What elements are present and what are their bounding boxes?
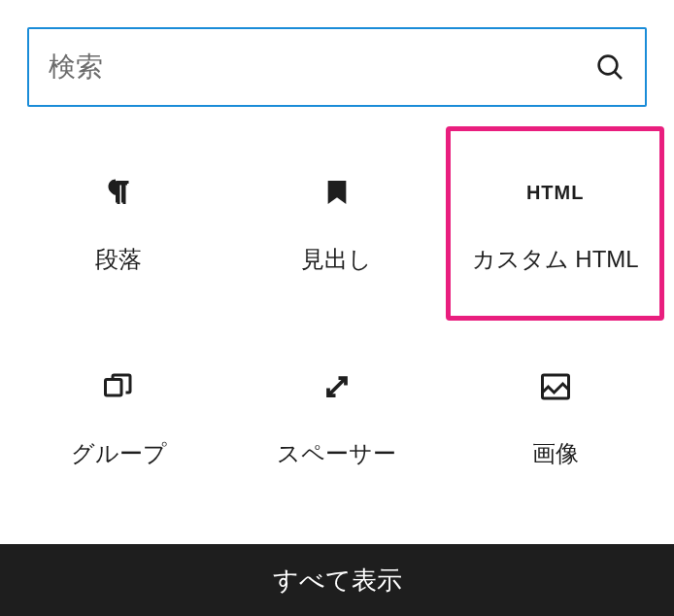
bookmark-icon <box>317 172 357 213</box>
block-label: カスタム HTML <box>472 244 639 275</box>
show-all-label: すべて表示 <box>273 564 402 598</box>
block-paragraph[interactable]: 段落 <box>10 126 228 321</box>
blocks-grid: 段落 見出し HTML カスタム HTML グループ <box>0 107 674 544</box>
group-icon <box>98 366 139 407</box>
svg-line-1 <box>615 72 622 79</box>
block-label: グループ <box>71 438 167 469</box>
spacer-icon <box>317 366 357 407</box>
paragraph-icon <box>98 172 139 213</box>
svg-rect-2 <box>106 380 122 396</box>
block-label: スペーサー <box>277 438 396 469</box>
search-box[interactable] <box>27 27 647 107</box>
block-label: 段落 <box>95 244 142 275</box>
block-group[interactable]: グループ <box>10 321 228 515</box>
block-label: 見出し <box>301 244 372 275</box>
image-icon <box>535 366 576 407</box>
block-image[interactable]: 画像 <box>446 321 664 515</box>
html-icon: HTML <box>535 172 576 213</box>
block-heading[interactable]: 見出し <box>228 126 447 321</box>
search-input[interactable] <box>49 51 594 83</box>
show-all-button[interactable]: すべて表示 <box>0 544 674 616</box>
block-spacer[interactable]: スペーサー <box>228 321 447 515</box>
block-custom-html[interactable]: HTML カスタム HTML <box>446 126 664 321</box>
search-container <box>0 0 674 107</box>
search-icon <box>594 51 625 83</box>
block-label: 画像 <box>532 438 579 469</box>
svg-point-0 <box>599 56 618 75</box>
